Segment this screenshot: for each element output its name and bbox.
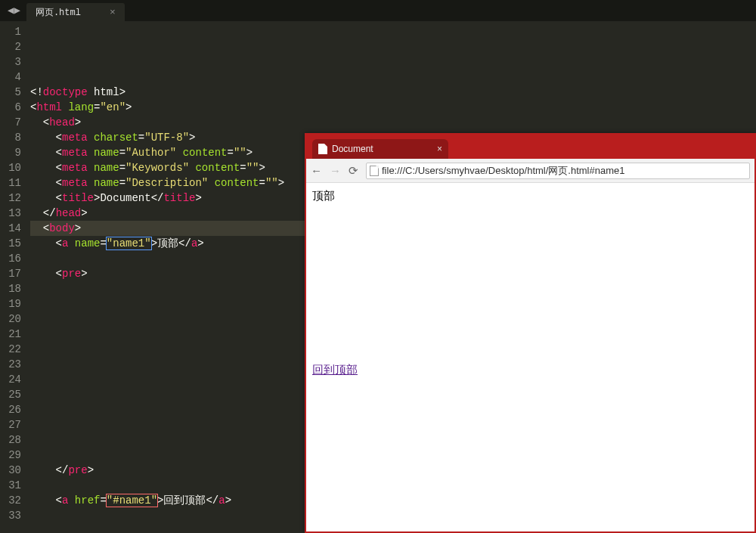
browser-tabstrip: Document × <box>306 135 754 159</box>
txt: html <box>88 86 119 98</box>
address-bar[interactable]: file:///C:/Users/smyhvae/Desktop/html/网页… <box>366 163 750 179</box>
tag: meta <box>62 147 88 159</box>
p: = <box>119 147 125 159</box>
tag: html <box>36 101 62 113</box>
p: </ <box>56 464 69 476</box>
p: = <box>138 132 144 144</box>
str: "" <box>234 147 246 159</box>
str: "en" <box>100 101 125 113</box>
p: = <box>100 494 106 507</box>
p: < <box>56 147 62 159</box>
forward-icon[interactable]: → <box>330 164 341 177</box>
p: > <box>278 177 284 189</box>
reload-icon[interactable]: ⟳ <box>349 164 358 178</box>
attr: lang <box>68 101 94 113</box>
attr: content <box>195 162 240 174</box>
browser-tab-close-icon[interactable]: × <box>437 144 442 154</box>
back-icon[interactable]: ← <box>311 164 322 177</box>
selected-name-attr: "name1" <box>107 237 151 249</box>
p: > <box>189 132 195 144</box>
p: > <box>88 464 94 476</box>
p: </ <box>151 192 164 204</box>
tag: title <box>163 192 195 204</box>
p: = <box>119 162 125 174</box>
p: > <box>246 147 253 159</box>
p: > <box>195 192 201 204</box>
tag: meta <box>62 132 88 144</box>
tag: head <box>56 207 82 219</box>
tag: title <box>62 192 94 204</box>
p: < <box>56 494 62 507</box>
p: > <box>81 207 87 219</box>
txt: 顶部 <box>157 237 178 249</box>
p: < <box>56 132 62 144</box>
tag: meta <box>62 177 88 189</box>
p: < <box>56 237 62 249</box>
p: > <box>151 237 157 249</box>
editor-tabbar: ◀ ▶ 网页.html × <box>0 0 756 21</box>
p: </ <box>43 207 56 219</box>
tag: pre <box>62 268 81 280</box>
p: > <box>125 101 132 113</box>
attr: name <box>94 162 119 174</box>
p: < <box>56 192 62 204</box>
p: = <box>119 177 125 189</box>
str: "Author" <box>125 147 176 159</box>
editor-tab[interactable]: 网页.html × <box>26 3 125 21</box>
browser-toolbar: ← → ⟳ file:///C:/Users/smyhvae/Desktop/h… <box>306 159 754 183</box>
p: < <box>56 268 62 280</box>
p: > <box>197 237 203 249</box>
str: "UTF-8" <box>144 132 189 144</box>
attr: charset <box>94 132 138 144</box>
str: "" <box>246 162 259 174</box>
attr: href <box>75 494 101 507</box>
txt: 回到顶部 <box>163 494 206 507</box>
tag: doctype <box>43 86 88 98</box>
tag: a <box>62 494 68 507</box>
str: "" <box>265 177 278 189</box>
selected-href-attr: "#name1" <box>107 494 157 507</box>
browser-window: Document × ← → ⟳ file:///C:/Users/smyhva… <box>305 133 756 533</box>
str: "Keywords" <box>125 162 189 174</box>
browser-tab[interactable]: Document × <box>312 139 448 159</box>
p: < <box>56 177 62 189</box>
tag: pre <box>68 464 87 476</box>
attr: content <box>183 147 228 159</box>
tab-next-icon[interactable]: ▶ <box>14 5 20 16</box>
tab-prev-icon[interactable]: ◀ <box>8 5 14 16</box>
back-to-top-link[interactable]: 回到顶部 <box>312 363 358 377</box>
page-top-text: 顶部 <box>312 189 335 202</box>
p: > <box>75 222 81 234</box>
p: = <box>227 147 233 159</box>
tag: head <box>49 116 75 129</box>
editor-tab-label: 网页.html <box>36 6 101 19</box>
p: < <box>56 162 62 174</box>
p: > <box>259 162 265 174</box>
tab-close-icon[interactable]: × <box>110 7 116 18</box>
str: "Description" <box>125 177 208 189</box>
p: = <box>100 237 106 249</box>
p: </ <box>178 237 191 249</box>
p: < <box>43 116 49 129</box>
p: = <box>240 162 246 174</box>
punct: <! <box>30 86 43 98</box>
attr: name <box>94 147 119 159</box>
txt: Document <box>100 192 150 204</box>
tag: a <box>218 494 225 507</box>
tab-nav-arrows: ◀ ▶ <box>2 0 26 21</box>
line-number-gutter: 1 2 3 4 5 6 7 8 9 10 11 12 13 14 15 16 1… <box>0 21 30 533</box>
attr: content <box>215 177 259 189</box>
p: > <box>81 268 87 280</box>
tag: body <box>49 222 75 234</box>
tag: meta <box>62 162 88 174</box>
browser-tab-title: Document <box>332 144 373 154</box>
p: = <box>259 177 265 189</box>
browser-page-content: 顶部 回到顶部 <box>306 183 754 531</box>
tag: a <box>62 237 68 249</box>
attr: name <box>75 237 101 249</box>
punct: > <box>119 86 125 98</box>
p: > <box>225 494 231 507</box>
file-icon <box>318 144 327 154</box>
p: > <box>75 116 81 129</box>
p: </ <box>206 494 218 507</box>
